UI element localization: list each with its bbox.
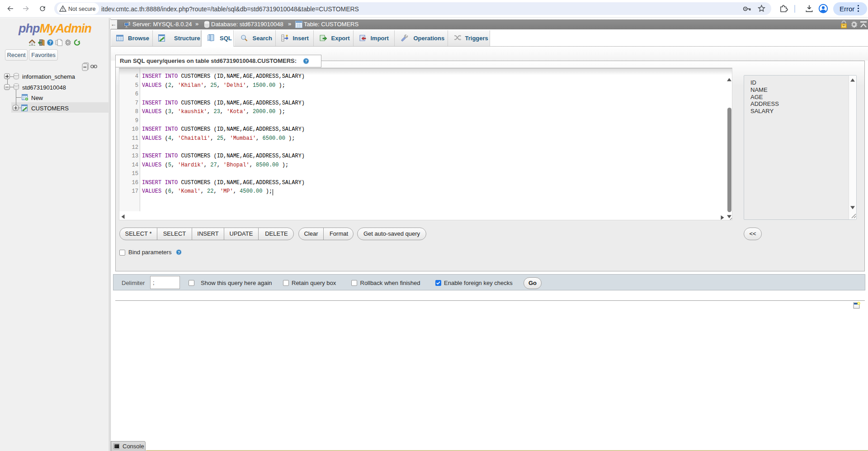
- svg-text:?: ?: [305, 59, 307, 63]
- svg-text:?: ?: [178, 250, 180, 255]
- svg-text:?: ?: [49, 40, 52, 45]
